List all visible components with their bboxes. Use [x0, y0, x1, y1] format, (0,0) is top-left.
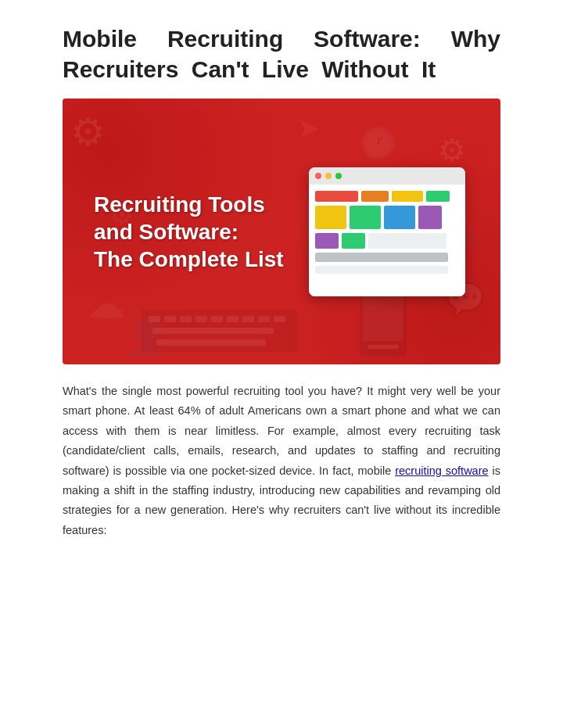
block-red — [315, 191, 358, 202]
svg-rect-12 — [180, 316, 192, 322]
svg-rect-15 — [227, 316, 238, 322]
browser-content — [309, 185, 465, 296]
block-green-tall — [350, 206, 381, 229]
hero-title-text: Recruiting Tools and Software: The Compl… — [94, 191, 284, 273]
svg-text:➤: ➤ — [297, 113, 320, 144]
block-green — [426, 191, 450, 202]
browser-mockup — [309, 167, 465, 296]
browser-row-2 — [315, 206, 459, 229]
browser-dot-yellow — [325, 173, 332, 179]
svg-rect-10 — [149, 316, 160, 322]
hero-image-container: ⚙ ⚙ ⚙ 🔍 🕐 💬 ➤ ☁ 👤 — [63, 99, 500, 364]
block-orange — [361, 191, 389, 202]
browser-dot-green — [335, 173, 342, 179]
svg-rect-16 — [242, 316, 254, 322]
svg-rect-9 — [141, 310, 297, 353]
recruiting-software-link[interactable]: recruiting software — [395, 464, 488, 477]
svg-rect-19 — [152, 328, 274, 334]
browser-titlebar — [309, 167, 465, 185]
block-purple-short — [315, 233, 339, 249]
svg-rect-18 — [274, 316, 285, 322]
hero-image: ⚙ ⚙ ⚙ 🔍 🕐 💬 ➤ ☁ 👤 — [63, 99, 500, 364]
svg-text:👤: 👤 — [125, 316, 170, 358]
article-body: What's the single most powerful recruiti… — [63, 382, 500, 540]
svg-text:☁: ☁ — [86, 282, 125, 326]
hero-text-block: Recruiting Tools and Software: The Compl… — [94, 191, 284, 273]
block-blue-tall — [384, 206, 415, 229]
svg-rect-13 — [195, 316, 207, 322]
browser-row-3 — [315, 233, 459, 249]
block-purple-tall — [418, 206, 442, 229]
block-full-gray — [315, 253, 448, 262]
page-container: Mobile Recruiting Software: Why Recruite… — [0, 0, 563, 728]
svg-rect-11 — [164, 316, 176, 322]
block-gray-wide — [368, 233, 446, 249]
block-yellow-tall — [315, 206, 346, 229]
svg-rect-20 — [156, 339, 266, 346]
svg-rect-17 — [258, 316, 270, 322]
browser-row-1 — [315, 191, 459, 202]
block-green-short — [342, 233, 365, 249]
hero-image-graphic — [305, 153, 469, 310]
svg-rect-23 — [368, 345, 399, 349]
block-full-lightgray — [315, 266, 448, 274]
svg-text:⚙: ⚙ — [70, 110, 106, 154]
svg-rect-14 — [211, 316, 223, 322]
browser-row-5 — [315, 266, 459, 274]
browser-dot-red — [315, 173, 321, 179]
article-title: Mobile Recruiting Software: Why Recruite… — [63, 23, 500, 84]
browser-row-4 — [315, 253, 459, 262]
block-yellow — [392, 191, 423, 202]
